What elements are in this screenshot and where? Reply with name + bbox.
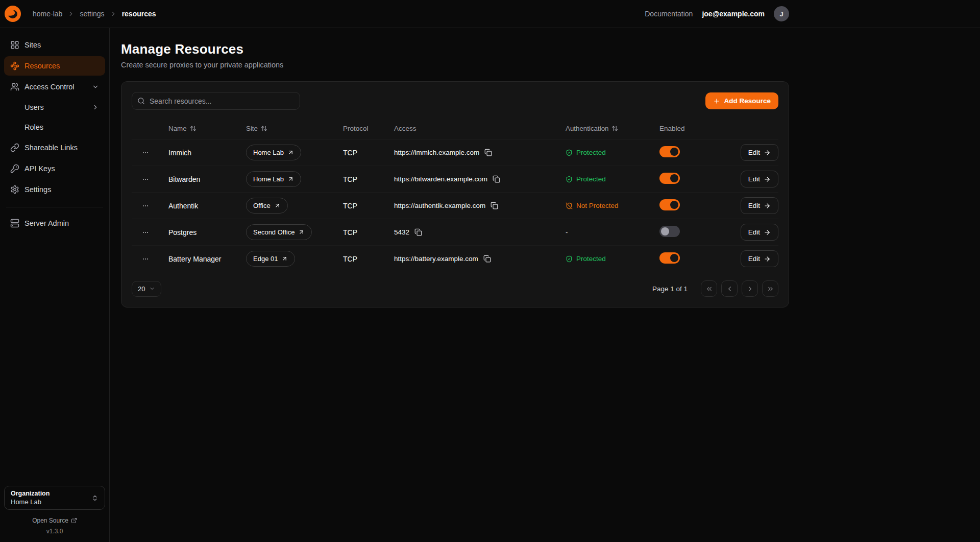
chevron-right-icon xyxy=(110,10,117,17)
sidebar-item-label: Users xyxy=(24,103,44,111)
sidebar-item-sites[interactable]: Sites xyxy=(4,35,105,55)
access-url: https://battery.example.com xyxy=(394,255,478,263)
sidebar-item-resources[interactable]: Resources xyxy=(4,56,105,76)
protocol-value: TCP xyxy=(343,149,394,157)
protocol-value: TCP xyxy=(343,175,394,183)
breadcrumb: home-lab settings resources xyxy=(4,5,156,22)
copy-icon[interactable] xyxy=(491,202,498,209)
sidebar-item-label: Sites xyxy=(24,41,41,49)
edit-button[interactable]: Edit xyxy=(741,144,778,161)
copy-icon[interactable] xyxy=(414,228,422,236)
auth-label: - xyxy=(566,228,568,236)
site-label: Edge 01 xyxy=(253,255,278,263)
arrow-up-right-icon xyxy=(281,255,288,262)
sidebar-item-server-admin[interactable]: Server Admin xyxy=(4,214,105,233)
row-menu-button[interactable] xyxy=(139,199,152,213)
sort-by-site[interactable]: Site xyxy=(246,125,343,132)
app-logo[interactable] xyxy=(4,5,21,22)
enabled-toggle[interactable] xyxy=(659,226,680,237)
pagination: 20 Page 1 of 1 xyxy=(132,280,778,297)
site-link[interactable]: Office xyxy=(246,198,288,214)
sort-by-name[interactable]: Name xyxy=(168,125,246,132)
chevrons-right-icon xyxy=(767,285,774,293)
site-link[interactable]: Second Office xyxy=(246,224,312,240)
sidebar-item-users[interactable]: Users xyxy=(4,98,105,116)
row-menu-button[interactable] xyxy=(139,252,152,266)
auth-label: Protected xyxy=(576,255,606,263)
sidebar-item-access-control[interactable]: Access Control xyxy=(4,77,105,97)
open-source-label: Open Source xyxy=(32,517,68,524)
sort-icon xyxy=(190,125,197,132)
waypoints-icon xyxy=(10,61,19,70)
sort-by-authentication[interactable]: Authentication xyxy=(566,125,659,132)
site-link[interactable]: Edge 01 xyxy=(246,251,295,267)
protocol-value: TCP xyxy=(343,255,394,263)
avatar[interactable]: J xyxy=(774,6,789,21)
sidebar: Sites Resources Access Control Users Rol… xyxy=(0,28,110,542)
copy-icon[interactable] xyxy=(484,149,492,156)
open-source-link[interactable]: Open Source xyxy=(32,517,77,524)
enabled-toggle[interactable] xyxy=(659,252,680,264)
edit-label: Edit xyxy=(748,175,760,183)
previous-page-button[interactable] xyxy=(721,280,738,297)
breadcrumb-org[interactable]: home-lab xyxy=(33,10,62,18)
link-icon xyxy=(10,143,19,152)
plus-icon xyxy=(713,98,720,105)
row-menu-button[interactable] xyxy=(139,226,152,239)
next-page-button[interactable] xyxy=(742,280,758,297)
site-link[interactable]: Home Lab xyxy=(246,145,301,160)
auth-status: Protected xyxy=(566,175,659,183)
add-resource-label: Add Resource xyxy=(724,97,771,105)
table-row: Authentik Office TCP https://authentik.e… xyxy=(132,193,778,219)
table-row: Battery Manager Edge 01 TCP https://batt… xyxy=(132,246,778,272)
shield-check-icon xyxy=(566,255,573,263)
last-page-button[interactable] xyxy=(762,280,778,297)
edit-button[interactable]: Edit xyxy=(741,250,778,267)
sidebar-item-roles[interactable]: Roles xyxy=(4,118,105,136)
sidebar-item-api-keys[interactable]: API Keys xyxy=(4,159,105,178)
table-row: Bitwarden Home Lab TCP https://bitwarden… xyxy=(132,166,778,193)
header-enabled: Enabled xyxy=(659,125,728,132)
resource-name: Immich xyxy=(168,149,246,157)
organization-value: Home Lab xyxy=(11,498,50,506)
header-site: Site xyxy=(246,125,258,132)
sidebar-item-settings[interactable]: Settings xyxy=(4,180,105,199)
add-resource-button[interactable]: Add Resource xyxy=(705,92,778,109)
header-name: Name xyxy=(168,125,187,132)
page-info: Page 1 of 1 xyxy=(652,285,688,293)
arrow-right-icon xyxy=(764,229,771,236)
site-link[interactable]: Home Lab xyxy=(246,171,301,187)
search-input[interactable] xyxy=(132,92,300,110)
copy-icon[interactable] xyxy=(493,175,500,183)
edit-button[interactable]: Edit xyxy=(741,197,778,214)
shield-check-icon xyxy=(566,176,573,183)
protocol-value: TCP xyxy=(343,228,394,237)
ellipsis-icon xyxy=(142,229,149,236)
copy-icon[interactable] xyxy=(483,255,491,263)
sidebar-item-shareable-links[interactable]: Shareable Links xyxy=(4,138,105,157)
first-page-button[interactable] xyxy=(701,280,717,297)
page-size-value: 20 xyxy=(138,285,145,293)
edit-button[interactable]: Edit xyxy=(741,171,778,187)
organization-selector[interactable]: Organization Home Lab xyxy=(4,486,105,510)
breadcrumb-settings[interactable]: settings xyxy=(80,10,104,18)
page-title: Manage Resources xyxy=(121,41,789,57)
user-email[interactable]: joe@example.com xyxy=(702,10,765,18)
sidebar-item-label: Access Control xyxy=(24,83,75,91)
resource-name: Authentik xyxy=(168,202,246,210)
arrow-right-icon xyxy=(764,149,771,156)
breadcrumb-current: resources xyxy=(122,10,156,18)
ellipsis-icon xyxy=(142,202,149,209)
enabled-toggle[interactable] xyxy=(659,173,680,184)
row-menu-button[interactable] xyxy=(139,146,152,159)
arrow-up-right-icon xyxy=(298,229,305,235)
enabled-toggle[interactable] xyxy=(659,146,680,157)
page-size-select[interactable]: 20 xyxy=(132,281,161,297)
chevron-left-icon xyxy=(726,285,733,293)
enabled-toggle[interactable] xyxy=(659,199,680,210)
row-menu-button[interactable] xyxy=(139,173,152,186)
documentation-link[interactable]: Documentation xyxy=(645,10,693,18)
auth-status: - xyxy=(566,228,659,236)
edit-button[interactable]: Edit xyxy=(741,224,778,241)
sidebar-item-label: Resources xyxy=(24,62,60,70)
